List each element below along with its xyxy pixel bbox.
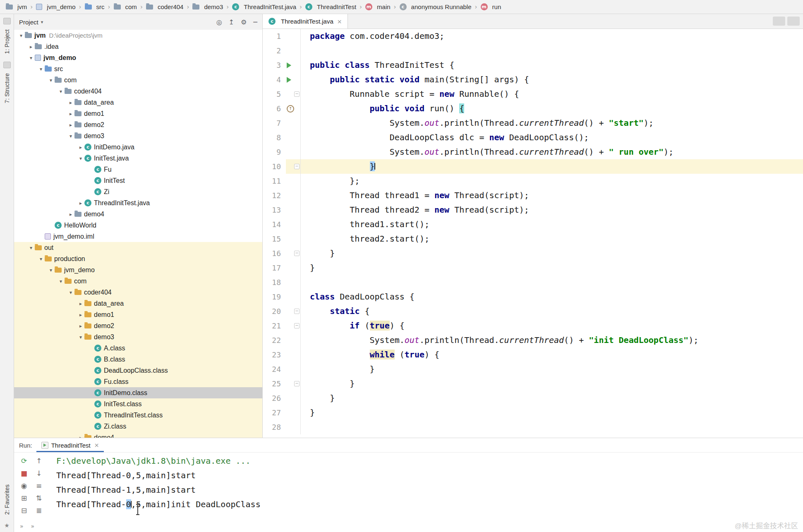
fold-marker-icon[interactable]: − [294,91,300,97]
locate-file-button[interactable]: ◎ [216,18,222,26]
soft-wrap-button[interactable]: ≡ [33,480,45,491]
expand-arrow-icon[interactable]: ▾ [47,267,55,273]
code-line[interactable]: 20− static { [263,304,803,319]
expand-arrow-icon[interactable]: ▾ [37,66,45,72]
tree-item[interactable]: ▾jvmD:\ideaProjects\jvm [14,30,262,41]
code-line[interactable]: 2 [263,43,803,58]
stop-button[interactable]: ■ [18,468,30,479]
breadcrumb-item[interactable]: src [84,3,105,10]
tree-item[interactable]: ▸demo2 [14,320,262,331]
tree-item[interactable]: cInitTest [14,175,262,186]
breadcrumb-item[interactable]: cThreadInitTest.java [231,3,297,10]
tree-item[interactable]: ▾src [14,63,262,74]
close-icon[interactable]: × [337,18,342,25]
expand-arrow-icon[interactable]: ▾ [57,89,65,94]
code-line[interactable]: 8 DeadLoopClass dlc = new DeadLoopClass(… [263,130,803,145]
fold-marker-icon[interactable]: − [294,381,300,386]
breadcrumb-item[interactable]: cThreadInitTest [304,3,357,10]
console-line[interactable]: Thread[Thread-1,5,main]start [56,483,803,497]
tree-item[interactable]: ▾coder404 [14,287,262,298]
tree-item[interactable]: ▾coder404 [14,86,262,97]
override-gutter-icon[interactable]: ↑ [287,105,294,113]
tree-item[interactable]: ▸data_area [14,298,262,309]
print-button[interactable]: ≣ [33,505,45,516]
tree-item[interactable]: ▸demo2 [14,119,262,130]
code-line[interactable]: 3public class ThreadInitTest { [263,58,803,72]
expand-arrow-icon[interactable]: ▸ [77,144,84,150]
fold-marker-icon[interactable]: − [294,251,300,256]
console-line[interactable]: Thread[Thread-0,5,main]init DeadLoopClas… [56,497,803,512]
code-line[interactable]: 28 [263,420,803,434]
tree-item[interactable]: ▾demo3 [14,331,262,343]
tree-item[interactable]: ▾demo3 [14,130,262,141]
console-line[interactable]: Thread[Thread-0,5,main]start [56,468,803,483]
fold-marker-icon[interactable]: − [294,309,300,314]
tree-item[interactable]: cThreadInitTest.class [14,410,262,421]
tree-item[interactable]: ▾jvm_demo [14,52,262,63]
editor-tab-threadinittest[interactable]: c ThreadInitTest.java × [263,14,348,29]
code-line[interactable]: 10− } [263,159,803,174]
tree-item[interactable]: cDeadLoopClass.class [14,365,262,376]
tree-item[interactable]: cInitTest.class [14,398,262,410]
tree-item[interactable]: cB.class [14,354,262,365]
expand-arrow-icon[interactable]: ▾ [57,278,65,284]
breadcrumb-item[interactable]: canonymous Runnable [399,3,472,10]
scroll-to-end-button[interactable]: ⊞ [18,493,30,503]
code-line[interactable]: 1package com.coder404.demo3; [263,29,803,43]
more-chevrons[interactable]: »» [20,523,42,530]
settings-button[interactable]: ⚙ [241,18,247,26]
run-tab-threadinittest[interactable]: ThreadInitTest × [36,438,104,452]
code-line[interactable]: 12 Thread thread1 = new Thread(script); [263,188,803,203]
tree-item[interactable]: ▸demo4 [14,432,262,438]
expand-arrow-icon[interactable]: ▾ [77,334,84,340]
close-icon[interactable]: × [94,442,99,448]
tree-item[interactable]: ▸.idea [14,41,262,52]
tool-window-favorites[interactable]: 2: Favorites [4,484,10,515]
code-line[interactable]: 24 } [263,362,803,376]
tree-item[interactable]: cZi [14,186,262,197]
tree-item[interactable]: ▾out [14,242,262,253]
hide-panel-button[interactable]: ─ [253,18,257,26]
code-line[interactable]: 26 } [263,391,803,405]
code-line[interactable]: 17} [263,261,803,275]
run-gutter-icon[interactable] [287,77,291,83]
code-line[interactable]: 23 while (true) { [263,347,803,362]
breadcrumb-item[interactable]: demo3 [192,3,224,10]
code-line[interactable]: 22 System.out.println(Thread.currentThre… [263,333,803,347]
fold-marker-icon[interactable]: − [294,323,300,328]
rerun-button[interactable]: ⟳ [18,455,30,466]
tree-item[interactable]: ▾com [14,74,262,86]
expand-arrow-icon[interactable]: ▸ [27,44,35,50]
chevron-down-icon[interactable]: ▾ [41,19,43,25]
expand-arrow-icon[interactable]: ▾ [17,33,25,38]
clear-console-button[interactable]: ⊟ [18,505,30,516]
up-stacktrace-button[interactable]: ↑ [33,455,45,466]
tree-item[interactable]: cFu [14,164,262,175]
down-stacktrace-button[interactable]: ↓ [33,468,45,479]
code-line[interactable]: 18 [263,275,803,290]
expand-arrow-icon[interactable]: ▸ [67,111,74,117]
tree-item[interactable]: cInitDemo.class [14,387,262,398]
tree-item[interactable]: ▸data_area [14,97,262,108]
tree-item[interactable]: ▸demo1 [14,108,262,119]
tool-window-project[interactable]: 1: Project [4,29,10,54]
console-line[interactable]: F:\develop\Java\jdk1.8\bin\java.exe ... [56,454,803,468]
code-line[interactable]: 13 Thread thread2 = new Thread(script); [263,203,803,217]
project-tool-icon[interactable] [3,18,11,24]
expand-arrow-icon[interactable]: ▾ [27,55,35,61]
expand-arrow-icon[interactable]: ▸ [67,100,74,105]
tree-item[interactable]: cHelloWorld [14,220,262,231]
expand-arrow-icon[interactable]: ▾ [47,77,55,83]
tree-item[interactable]: ▸demo4 [14,208,262,220]
code-line[interactable]: 25− } [263,376,803,391]
code-line[interactable]: 19class DeadLoopClass { [263,290,803,304]
tree-item[interactable]: ▸cThreadInitTest.java [14,197,262,208]
tree-item[interactable]: ▸cInitDemo.java [14,141,262,153]
tree-item[interactable]: cZi.class [14,421,262,432]
expand-arrow-icon[interactable]: ▸ [77,200,84,206]
code-line[interactable]: 15 thread2.start(); [263,232,803,246]
expand-arrow-icon[interactable]: ▸ [67,122,74,128]
breadcrumb-item[interactable]: mrun [480,3,502,10]
tree-item[interactable]: ▾production [14,253,262,264]
code-line[interactable]: 11 }; [263,174,803,188]
